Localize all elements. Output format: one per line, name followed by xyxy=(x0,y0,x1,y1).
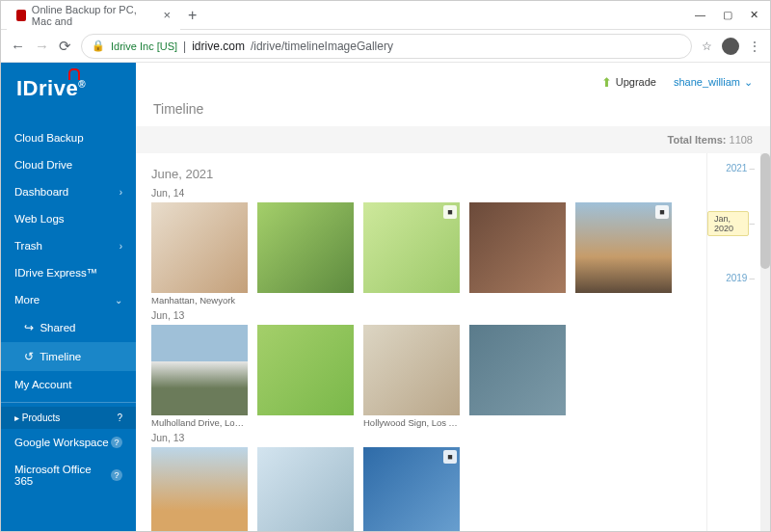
thumb-cell: Hollywood Sign, Los Ang... xyxy=(363,325,460,428)
user-menu[interactable]: shane_william ⌄ xyxy=(674,76,753,89)
image-thumbnail[interactable] xyxy=(363,325,460,415)
thumb-caption: Manhattan, Newyork xyxy=(151,295,248,306)
close-window-icon[interactable]: ✕ xyxy=(750,9,758,21)
image-thumbnail[interactable] xyxy=(469,202,566,293)
sidebar-sub-timeline[interactable]: ↺ Timeline xyxy=(1,342,136,371)
gallery-scroll[interactable]: June, 2021 Jun, 14Manhattan, Newyork■■Ju… xyxy=(136,153,706,531)
forward-icon: → xyxy=(35,38,49,54)
sidebar-item-more[interactable]: More⌄ xyxy=(1,286,136,313)
thumb-cell xyxy=(469,202,566,306)
total-items-bar: Total Items: 1108 xyxy=(136,126,770,153)
maximize-icon[interactable]: ▢ xyxy=(723,9,732,21)
day-header: Jun, 14 xyxy=(151,187,691,199)
month-header: June, 2021 xyxy=(151,167,691,181)
sidebar-item-idrive-express-[interactable]: IDrive Express™ xyxy=(1,259,136,286)
reload-icon[interactable]: ⟳ xyxy=(59,38,71,55)
day-header: Jun, 13 xyxy=(151,432,691,443)
page-title: Timeline xyxy=(136,101,770,126)
scrollbar-thumb[interactable] xyxy=(760,153,770,269)
video-icon: ■ xyxy=(443,205,457,219)
upgrade-button[interactable]: ⬆ Upgrade xyxy=(601,75,656,90)
browser-titlebar: Online Backup for PC, Mac and × + — ▢ ✕ xyxy=(1,1,770,30)
image-thumbnail[interactable] xyxy=(469,325,566,415)
star-icon[interactable]: ☆ xyxy=(702,40,712,53)
sidebar-products-header[interactable]: ▸ Products ? xyxy=(1,407,136,429)
thumb-cell xyxy=(469,325,566,428)
content-wrap: June, 2021 Jun, 14Manhattan, Newyork■■Ju… xyxy=(136,153,770,531)
browser-tab[interactable]: Online Backup for PC, Mac and × xyxy=(7,1,180,30)
minimize-icon[interactable]: — xyxy=(695,9,705,21)
thumb-cell: ■ xyxy=(363,447,460,531)
sidebar-my-account[interactable]: My Account xyxy=(1,371,136,398)
thumb-cell xyxy=(257,202,354,306)
image-thumbnail[interactable]: ■ xyxy=(363,202,460,293)
url-domain: idrive.com xyxy=(192,40,245,53)
back-icon[interactable]: ← xyxy=(11,38,25,54)
video-icon: ■ xyxy=(443,450,457,464)
favicon xyxy=(16,10,26,21)
browser-addressbar: ← → ⟳ 🔒 Idrive Inc [US] | idrive.com/idr… xyxy=(1,30,770,63)
thumb-cell: ■ xyxy=(575,202,672,306)
thumb-row: Manhattan, Newyork■■ xyxy=(151,202,691,306)
logo-lock-icon: e xyxy=(66,76,78,101)
image-thumbnail[interactable] xyxy=(151,447,248,531)
image-thumbnail[interactable] xyxy=(257,447,354,531)
logo[interactable]: IDrive® xyxy=(1,63,136,124)
video-icon: ■ xyxy=(655,205,669,219)
scrollbar[interactable] xyxy=(760,153,770,531)
topbar: ⬆ Upgrade shane_william ⌄ xyxy=(136,63,770,101)
sidebar-item-trash[interactable]: Trash› xyxy=(1,232,136,259)
thumb-caption: Hollywood Sign, Los Ang... xyxy=(363,417,460,428)
sidebar-item-dashboard[interactable]: Dashboard› xyxy=(1,178,136,205)
new-tab-button[interactable]: + xyxy=(188,7,197,24)
day-header: Jun, 13 xyxy=(151,309,691,321)
sidebar-product-microsoft-office-[interactable]: Microsoft Office 365? xyxy=(1,456,136,494)
year-rail: 2021 –2020 –2019 – Jan, 2020 xyxy=(706,153,760,531)
help-icon[interactable]: ? xyxy=(111,469,122,481)
sidebar-divider xyxy=(1,402,136,403)
chevron-icon: › xyxy=(120,187,122,198)
tab-close-icon[interactable]: × xyxy=(163,8,171,22)
sidebar-product-google-workspace[interactable]: Google Workspace? xyxy=(1,429,136,456)
url-input[interactable]: 🔒 Idrive Inc [US] | idrive.com/idrive/ti… xyxy=(81,34,692,59)
lock-icon: 🔒 xyxy=(92,40,105,52)
thumb-cell xyxy=(257,447,354,531)
window-controls: — ▢ ✕ xyxy=(683,9,770,21)
sidebar-item-cloud-drive[interactable]: Cloud Drive xyxy=(1,151,136,178)
thumb-row: Mulholland Drive, Los A...Hollywood Sign… xyxy=(151,325,691,428)
tab-title: Online Backup for PC, Mac and xyxy=(32,4,154,27)
thumb-cell xyxy=(151,447,248,531)
image-thumbnail[interactable] xyxy=(257,325,354,415)
help-icon[interactable]: ? xyxy=(117,412,122,423)
image-thumbnail[interactable] xyxy=(151,202,248,293)
chevron-icon: ⌄ xyxy=(115,295,122,306)
sidebar-sub-shared[interactable]: ↪ Shared xyxy=(1,313,136,342)
thumb-cell: Mulholland Drive, Los A... xyxy=(151,325,248,428)
url-path: /idrive/timelineImageGallery xyxy=(251,40,393,53)
thumb-cell: ■ xyxy=(363,202,460,306)
main-panel: ⬆ Upgrade shane_william ⌄ Timeline Total… xyxy=(136,63,770,531)
thumb-caption: Mulholland Drive, Los A... xyxy=(151,417,248,428)
upgrade-icon: ⬆ xyxy=(601,75,612,90)
profile-avatar-icon[interactable] xyxy=(722,38,739,55)
sidebar-item-cloud-backup[interactable]: Cloud Backup xyxy=(1,124,136,151)
year-2021[interactable]: 2021 – xyxy=(726,163,755,173)
image-thumbnail[interactable]: ■ xyxy=(363,447,460,531)
sidebar-item-web-logs[interactable]: Web Logs xyxy=(1,205,136,232)
more-icon[interactable]: ⋮ xyxy=(749,40,760,53)
image-thumbnail[interactable] xyxy=(257,202,354,293)
thumb-row: ■ xyxy=(151,447,691,531)
chevron-icon: › xyxy=(120,241,122,252)
year-tag[interactable]: Jan, 2020 xyxy=(707,211,749,236)
image-thumbnail[interactable]: ■ xyxy=(575,202,672,293)
thumb-cell xyxy=(257,325,354,428)
thumb-cell: Manhattan, Newyork xyxy=(151,202,248,306)
app-root: IDrive® Cloud BackupCloud DriveDashboard… xyxy=(1,63,770,531)
chevron-down-icon: ⌄ xyxy=(744,76,753,89)
image-thumbnail[interactable] xyxy=(151,325,248,415)
year-2019[interactable]: 2019 – xyxy=(726,273,755,283)
sidebar: IDrive® Cloud BackupCloud DriveDashboard… xyxy=(1,63,136,531)
ev-badge: Idrive Inc [US] xyxy=(111,40,177,52)
help-icon[interactable]: ? xyxy=(111,437,122,448)
